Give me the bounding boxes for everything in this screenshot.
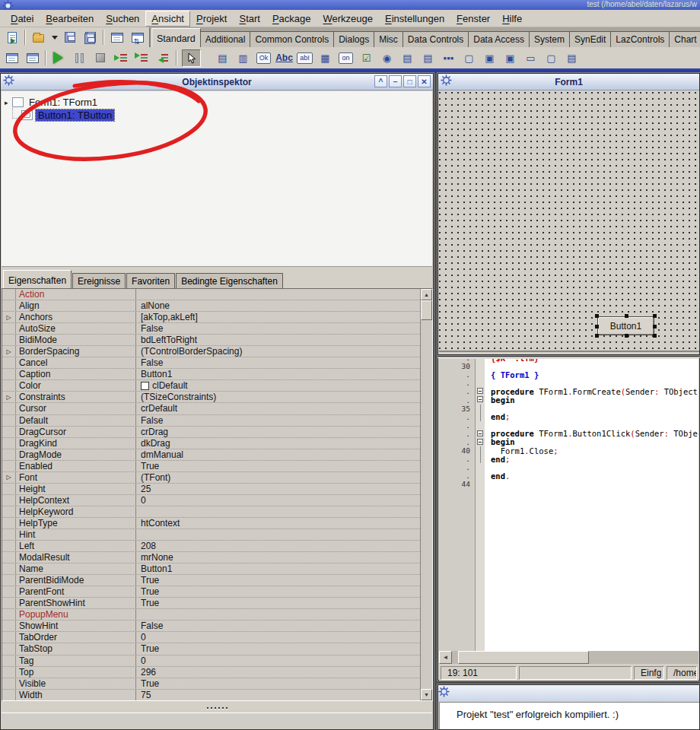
pause-icon[interactable] bbox=[70, 49, 89, 67]
property-value[interactable]: (TFont) bbox=[136, 472, 420, 483]
code-line-37[interactable]: . bbox=[439, 421, 698, 430]
property-row-cursor[interactable]: CursorcrDefault bbox=[2, 403, 420, 414]
palette-tab-system[interactable]: System bbox=[529, 31, 570, 47]
stop-icon[interactable] bbox=[91, 49, 110, 67]
property-value[interactable]: Button1 bbox=[136, 563, 420, 574]
menu-suchen[interactable]: Suchen bbox=[100, 11, 145, 27]
menu-bearbeiten[interactable]: Bearbeiten bbox=[40, 11, 100, 27]
code-line-30[interactable]: 30 bbox=[439, 362, 698, 370]
inspector-tab-ereignisse[interactable]: Ereignisse bbox=[72, 273, 126, 288]
expand-icon[interactable]: ▷ bbox=[2, 346, 16, 357]
property-value[interactable]: alNone bbox=[136, 300, 420, 311]
code-line-36[interactable]: .end; bbox=[439, 413, 698, 421]
code-line-44[interactable]: 44 bbox=[439, 480, 698, 488]
code-line-43[interactable]: .end. bbox=[439, 471, 698, 480]
menu-werkzeuge[interactable]: Werkzeuge bbox=[317, 11, 380, 27]
code-line-32[interactable]: . bbox=[439, 379, 698, 387]
menu-package[interactable]: Package bbox=[266, 11, 317, 27]
property-row-name[interactable]: NameButton1 bbox=[2, 563, 420, 575]
expand-icon[interactable]: ▷ bbox=[2, 312, 16, 322]
run-icon[interactable] bbox=[49, 49, 68, 67]
property-row-default[interactable]: DefaultFalse bbox=[2, 415, 420, 427]
property-row-modalresult[interactable]: ModalResultmrNone bbox=[2, 552, 420, 563]
property-row-width[interactable]: Width75 bbox=[2, 690, 420, 700]
property-row-cancel[interactable]: CancelFalse bbox=[2, 357, 420, 369]
scroll-left-button[interactable]: ◄ bbox=[439, 651, 452, 664]
property-row-height[interactable]: Height25 bbox=[2, 484, 420, 495]
property-row-helpcontext[interactable]: HelpContext0 bbox=[2, 495, 420, 506]
menu-ansicht[interactable]: Ansicht bbox=[145, 11, 190, 27]
expand-icon[interactable]: ▷ bbox=[2, 392, 16, 402]
palette-tab-lazcontrols[interactable]: LazControls bbox=[610, 31, 670, 47]
scroll-up-button[interactable]: ▲ bbox=[421, 289, 432, 300]
property-value[interactable]: 75 bbox=[136, 690, 420, 700]
save-icon[interactable] bbox=[60, 29, 79, 46]
open-icon[interactable] bbox=[29, 29, 48, 46]
tmemo-icon[interactable]: ▦ bbox=[316, 49, 335, 67]
new-unit-icon[interactable] bbox=[2, 29, 21, 46]
show-units-icon[interactable] bbox=[107, 29, 126, 46]
code-line-40[interactable]: 40 Form1.Close; bbox=[439, 446, 698, 455]
cursor-tool-icon[interactable] bbox=[182, 49, 201, 67]
rollup-button[interactable]: ^ bbox=[374, 75, 387, 87]
save-all-icon[interactable] bbox=[81, 29, 100, 46]
code-line-31[interactable]: .{ TForm1 } bbox=[439, 370, 698, 379]
code-line-42[interactable]: . bbox=[439, 463, 698, 471]
property-row-parentshowhint[interactable]: ParentShowHintTrue bbox=[2, 598, 420, 609]
palette-tab-data-access[interactable]: Data Access bbox=[468, 31, 530, 47]
property-value[interactable]: 208 bbox=[136, 541, 420, 551]
property-value[interactable]: dmManual bbox=[136, 449, 420, 460]
selection-handle[interactable] bbox=[595, 314, 599, 318]
selection-handle[interactable] bbox=[653, 314, 657, 318]
property-value[interactable]: crDefault bbox=[136, 403, 420, 414]
property-row-tag[interactable]: Tag0 bbox=[2, 655, 420, 667]
tlabel-icon[interactable]: Abc bbox=[275, 49, 294, 67]
inspector-tab-bedingte-eigenschaften[interactable]: Bedingte Eigenschaften bbox=[176, 273, 283, 288]
fold-marker-icon[interactable] bbox=[476, 430, 485, 438]
palette-tab-dialogs[interactable]: Dialogs bbox=[333, 31, 374, 47]
property-value[interactable]: True bbox=[136, 461, 420, 471]
step-over-icon[interactable] bbox=[132, 49, 151, 67]
view-units-icon[interactable] bbox=[2, 49, 21, 67]
selection-handle[interactable] bbox=[625, 334, 628, 338]
tcheckbox-icon[interactable]: ☑ bbox=[357, 49, 376, 67]
property-row-left[interactable]: Left208 bbox=[2, 541, 420, 552]
property-row-constraints[interactable]: ▷Constraints(TSizeConstraints) bbox=[2, 392, 420, 403]
selection-handle[interactable] bbox=[625, 314, 628, 318]
property-row-parentbidimode[interactable]: ParentBidiModeTrue bbox=[2, 575, 420, 586]
property-value[interactable]: htContext bbox=[136, 518, 420, 528]
fold-marker-icon[interactable] bbox=[476, 387, 485, 395]
property-value[interactable]: 0 bbox=[136, 632, 420, 643]
splitter-grip[interactable] bbox=[1, 703, 433, 713]
property-row-bidimode[interactable]: BidiModebdLeftToRight bbox=[2, 335, 420, 346]
palette-tab-common-controls[interactable]: Common Controls bbox=[250, 31, 334, 47]
property-grid[interactable]: ActionAlignalNone▷Anchors[akTop,akLeft]A… bbox=[2, 288, 433, 701]
property-value[interactable]: True bbox=[136, 598, 420, 608]
fold-marker-icon[interactable] bbox=[476, 438, 485, 446]
property-value[interactable]: 25 bbox=[136, 484, 420, 494]
property-value[interactable]: 0 bbox=[136, 655, 420, 666]
messages-list[interactable]: Projekt "test" erfolgreich kompiliert. :… bbox=[439, 702, 699, 729]
tree-item-button1[interactable]: Button1: TButton bbox=[2, 109, 432, 122]
property-row-autosize[interactable]: AutoSizeFalse bbox=[2, 323, 420, 335]
property-row-parentfont[interactable]: ParentFontTrue bbox=[2, 586, 420, 598]
property-row-action[interactable]: Action bbox=[2, 289, 420, 300]
property-value[interactable]: False bbox=[136, 323, 420, 334]
tcombobox-icon[interactable]: ▤ bbox=[418, 49, 438, 67]
property-value[interactable]: Button1 bbox=[136, 369, 420, 379]
palette-tab-additional[interactable]: Additional bbox=[200, 31, 251, 47]
property-row-helptype[interactable]: HelpTypehtContext bbox=[2, 518, 420, 529]
property-value[interactable]: (TControlBorderSpacing) bbox=[136, 346, 420, 357]
property-row-top[interactable]: Top296 bbox=[2, 667, 420, 678]
property-value[interactable]: False bbox=[136, 415, 420, 426]
tbutton-icon[interactable]: Ok bbox=[254, 49, 273, 67]
property-value[interactable]: mrNone bbox=[136, 552, 420, 563]
property-row-popupmenu[interactable]: PopupMenu bbox=[2, 609, 420, 620]
expand-arrow-icon[interactable]: ▸ bbox=[5, 99, 12, 106]
property-grid-scrollbar[interactable]: ▲ ▼ bbox=[420, 289, 432, 700]
property-row-helpkeyword[interactable]: HelpKeyword bbox=[2, 506, 420, 518]
palette-tab-chart[interactable]: Chart bbox=[669, 31, 700, 47]
open-dropdown-icon[interactable] bbox=[49, 29, 59, 46]
property-value[interactable]: 296 bbox=[136, 667, 420, 678]
form-canvas[interactable]: Button1 bbox=[439, 91, 699, 352]
